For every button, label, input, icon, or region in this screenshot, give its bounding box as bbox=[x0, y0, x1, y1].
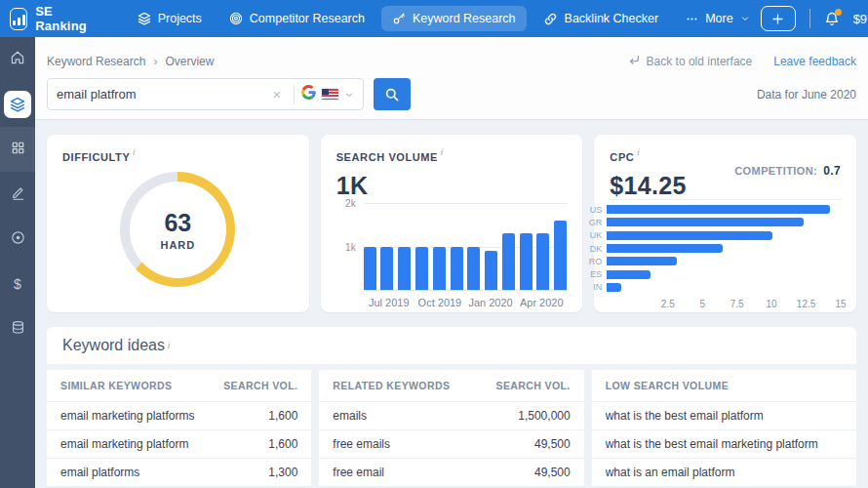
google-icon bbox=[301, 85, 316, 103]
difficulty-level: HARD bbox=[160, 239, 195, 251]
search-vol-cell: 49,500 bbox=[534, 437, 571, 451]
search-row: × Data for June 2020 bbox=[47, 78, 856, 110]
x-axis-tick: 15 bbox=[835, 299, 846, 309]
info-icon[interactable]: i bbox=[637, 147, 639, 157]
nav-item-competitor-research[interactable]: Competitor Research bbox=[218, 6, 375, 31]
country-label: UK bbox=[587, 230, 607, 240]
volume-bar bbox=[380, 247, 393, 291]
nav-right: $9740.85104 bbox=[761, 6, 868, 31]
nav-item-keyword-research[interactable]: Keyword Research bbox=[381, 6, 527, 31]
return-arrow-icon bbox=[628, 54, 641, 69]
country-label: US bbox=[587, 205, 607, 215]
search-button[interactable] bbox=[374, 78, 411, 110]
column-header: RELATED KEYWORDS bbox=[333, 380, 495, 391]
column-header: LOW SEARCH VOLUME bbox=[606, 380, 843, 391]
volume-bar bbox=[398, 247, 411, 291]
volume-bar bbox=[433, 247, 446, 291]
cpc-row: ES bbox=[611, 267, 841, 280]
column-header: SEARCH VOL. bbox=[495, 380, 570, 391]
nav-item-more[interactable]: More bbox=[675, 6, 760, 31]
info-icon[interactable]: i bbox=[441, 147, 443, 157]
dollar-icon: $ bbox=[14, 276, 21, 292]
keyword-ideas-header: Keyword ideasi bbox=[47, 327, 856, 364]
page-header: Keyword Research › Overview Back to old … bbox=[35, 37, 868, 120]
y-axis-label: 2k bbox=[336, 198, 356, 209]
brand-logo[interactable]: SE Ranking bbox=[10, 4, 92, 33]
search-volume-chart: 2k1k bbox=[336, 203, 568, 291]
clear-search-icon[interactable]: × bbox=[266, 86, 287, 102]
cpc-bar bbox=[607, 244, 722, 253]
nav-item-label: Competitor Research bbox=[250, 12, 365, 25]
table-row[interactable]: free emails 49,500 bbox=[319, 430, 583, 459]
search-volume-value: 1K bbox=[336, 172, 568, 200]
add-button[interactable] bbox=[761, 6, 796, 31]
nav-item-backlink-checker[interactable]: Backlink Checker bbox=[533, 6, 670, 32]
keyword-cell[interactable]: free email bbox=[333, 466, 534, 479]
link-icon bbox=[543, 12, 558, 26]
target-icon bbox=[11, 230, 25, 249]
search-vol-cell: 1,600 bbox=[268, 437, 297, 451]
search-vol-cell: 1,600 bbox=[268, 409, 297, 423]
info-icon[interactable]: i bbox=[133, 147, 135, 157]
notifications-bell-icon[interactable] bbox=[824, 11, 840, 27]
keyword-cell[interactable]: what is an email platform bbox=[606, 466, 843, 479]
table-row[interactable]: what is the best email platform bbox=[592, 402, 856, 430]
cpc-bar bbox=[607, 283, 620, 292]
ellipsis-icon bbox=[686, 13, 698, 25]
keyword-cell[interactable]: email marketing platform bbox=[60, 437, 268, 451]
table-row[interactable]: email marketing platform 1,600 bbox=[47, 430, 311, 459]
country-label: DK bbox=[587, 244, 607, 254]
volume-bar bbox=[554, 221, 567, 290]
table-row[interactable]: email marketing platforms 1,600 bbox=[47, 402, 311, 430]
keyword-cell[interactable]: free emails bbox=[333, 437, 534, 451]
sidebar-item-editor[interactable] bbox=[0, 172, 35, 217]
leave-feedback-link[interactable]: Leave feedback bbox=[773, 55, 856, 68]
sidebar-item-home[interactable] bbox=[0, 37, 35, 82]
keyword-cell[interactable]: emails bbox=[333, 409, 518, 423]
x-axis-tick: 7.5 bbox=[730, 299, 744, 309]
competition: COMPETITION:0.7 bbox=[734, 164, 841, 178]
table-row[interactable]: what is the best email marketing platfor… bbox=[592, 430, 856, 459]
sidebar-item-keyword-research[interactable] bbox=[0, 82, 35, 127]
table-header-row: SIMILAR KEYWORDS SEARCH VOL. bbox=[47, 370, 311, 402]
sidebar-item-database[interactable] bbox=[0, 306, 35, 351]
column-header: SIMILAR KEYWORDS bbox=[60, 380, 223, 391]
difficulty-gauge: 63 HARD bbox=[120, 172, 235, 287]
keyword-cell[interactable]: what is the best email platform bbox=[606, 409, 843, 423]
nav-item-label: Backlink Checker bbox=[565, 12, 659, 25]
breadcrumb-parent[interactable]: Keyword Research bbox=[47, 55, 145, 68]
sidebar-item-apps[interactable] bbox=[0, 127, 35, 172]
table-row[interactable]: free email 49,500 bbox=[319, 459, 583, 487]
sidebar-item-billing[interactable]: $ bbox=[0, 262, 35, 306]
keyword-cell[interactable]: what is the best email marketing platfor… bbox=[606, 437, 843, 451]
brand-name: SE Ranking bbox=[35, 4, 91, 33]
x-axis-tick: 2.5 bbox=[661, 299, 675, 309]
breadcrumb: Keyword Research › Overview Back to old … bbox=[47, 54, 856, 69]
bar-chart-logo-icon bbox=[10, 8, 27, 30]
x-axis-label: Jul 2019 bbox=[369, 297, 410, 308]
nav-item-projects[interactable]: Projects bbox=[127, 6, 213, 31]
table-row[interactable]: what is an email platform bbox=[592, 459, 856, 487]
x-axis-label: Oct 2019 bbox=[418, 297, 462, 308]
cpc-row: IN bbox=[611, 281, 841, 294]
target-circles-icon bbox=[229, 12, 243, 25]
sidebar-item-target[interactable] bbox=[0, 217, 35, 262]
volume-bar bbox=[415, 247, 428, 291]
volume-bar bbox=[451, 247, 463, 291]
input-divider bbox=[294, 85, 295, 104]
back-to-old-interface-link[interactable]: Back to old interface bbox=[628, 54, 753, 69]
keyword-cell[interactable]: email marketing platforms bbox=[60, 409, 268, 423]
keyword-ideas-title: Keyword ideas bbox=[62, 337, 165, 354]
search-volume-x-labels: Jul 2019Oct 2019Jan 2020Apr 2020 bbox=[364, 297, 568, 310]
table-row[interactable]: email platforms 1,300 bbox=[47, 459, 311, 487]
search-engine-selector[interactable] bbox=[301, 85, 354, 103]
info-icon[interactable]: i bbox=[168, 341, 170, 350]
left-sidebar: $ bbox=[0, 37, 35, 488]
keyword-search-input[interactable] bbox=[57, 87, 266, 102]
keyword-cell[interactable]: email platforms bbox=[60, 466, 268, 479]
top-navbar: SE Ranking Projects Competitor Research … bbox=[0, 0, 868, 37]
table-row[interactable]: emails 1,500,000 bbox=[319, 402, 583, 430]
account-balance[interactable]: $9740.85104 bbox=[853, 12, 868, 26]
breadcrumb-current[interactable]: Overview bbox=[165, 55, 214, 68]
key-icon bbox=[392, 12, 406, 25]
